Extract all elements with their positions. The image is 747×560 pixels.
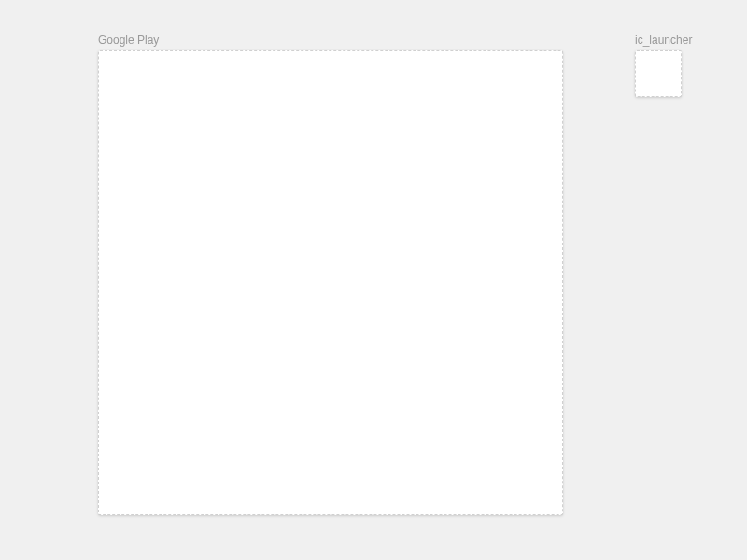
asset-label-google-play: Google Play (98, 34, 563, 47)
asset-ic-launcher: ic_launcher (635, 34, 692, 97)
asset-placeholder-ic-launcher[interactable] (635, 50, 682, 97)
asset-placeholder-google-play[interactable] (98, 50, 563, 515)
asset-google-play: Google Play (98, 34, 563, 515)
asset-label-ic-launcher: ic_launcher (635, 34, 692, 47)
